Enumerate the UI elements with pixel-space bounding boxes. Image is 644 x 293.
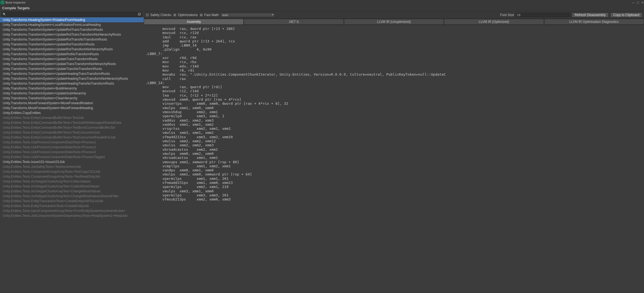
target-item[interactable]: Unity.Transforms.TransformSystem+UpdateR…	[0, 42, 144, 47]
toolbar: Safety Checks ✓ Optimizations ✓ Fast Mat…	[144, 11, 644, 19]
tab[interactable]: LLVM IR Optimisation Diagnostics	[544, 19, 644, 25]
target-item[interactable]: Unity.Entities.Tests.InjectComponentGrou…	[0, 208, 144, 213]
refresh-disassembly-button[interactable]: Refresh Disassembly	[572, 13, 609, 17]
tab[interactable]: .NET IL	[244, 19, 344, 25]
checkbox-icon	[145, 13, 149, 17]
maximize-icon[interactable]: ☐	[637, 1, 639, 4]
app-icon	[1, 1, 4, 4]
target-item[interactable]: Unity.Entities.Tests.ArchetypeChunkArray…	[0, 179, 144, 184]
target-item[interactable]: Unity.Entities.Tests.JobComponentSystemD…	[0, 213, 144, 218]
fontsize-label: Font Size	[500, 13, 514, 17]
safety-checks-label: Safety Checks	[150, 13, 171, 17]
safety-checks-toggle[interactable]: Safety Checks	[145, 13, 171, 17]
search-input[interactable]	[1, 12, 143, 17]
target-item[interactable]: Unity.Entities.CopyEntities	[0, 110, 144, 115]
target-item[interactable]: Unity.Transforms.TransformSystem+UpdateT…	[0, 66, 144, 71]
target-dropdown[interactable]: auto	[220, 13, 275, 17]
target-item[interactable]: Unity.Entities.Tests.ComponentGroupArray…	[0, 169, 144, 174]
target-item[interactable]: Unity.Entities.Tests.IJobProcessComponen…	[0, 155, 144, 159]
checkbox-icon: ✓	[199, 13, 203, 17]
target-item[interactable]: Unity.Entities.Tests.EntityCommandBuffer…	[0, 115, 144, 120]
target-item[interactable]: Unity.Transforms.TransformSystem+UpdateR…	[0, 32, 144, 37]
target-item[interactable]: Unity.Transforms.TransformSystem+UpdateH…	[0, 81, 144, 86]
minimize-icon[interactable]: —	[632, 1, 634, 4]
code-area[interactable]: movsxd rax, dword ptr [r13 + 280] movsxd…	[144, 25, 644, 293]
window-title: Burst Inspector	[5, 1, 26, 4]
tab[interactable]: LLVM IR (Unoptimized)	[344, 19, 444, 25]
target-item[interactable]: Unity.Entities.Tests.Issue101+Issue101Jo…	[0, 159, 144, 164]
target-item[interactable]: Unity.Entities.Tests.ArchetypeChunkArray…	[0, 194, 144, 199]
target-item[interactable]: Unity.Entities.Tests.JobSafetyTests+Test…	[0, 164, 144, 169]
target-item[interactable]: Unity.Transforms.TransformSystem+UpdateH…	[0, 76, 144, 81]
target-item[interactable]: Unity.Transforms.TransformSystem+UpdateT…	[0, 61, 144, 66]
target-item[interactable]: Unity.Transforms.MoveForwardSystem+MoveF…	[0, 106, 144, 110]
target-item[interactable]: Unity.Transforms.TransformSystem+UpdateT…	[0, 57, 144, 61]
target-item[interactable]: Unity.Entities.Tests.EntityCommandBuffer…	[0, 125, 144, 130]
left-panel: 🔍 ✕ Unity.Transforms.HeadingSystem+Rotat…	[0, 11, 144, 293]
fontsize-input[interactable]	[516, 13, 570, 17]
close-icon[interactable]: ✕	[641, 1, 643, 4]
fastmath-toggle[interactable]: ✓ Fast Math	[199, 13, 219, 17]
target-item[interactable]: Unity.Entities.Tests.EntityCommandBuffer…	[0, 120, 144, 125]
header: Compile Targets	[0, 5, 644, 11]
clear-search-icon[interactable]: ✕	[138, 13, 141, 16]
optimizations-toggle[interactable]: ✓ Optimizations	[173, 13, 198, 17]
tab[interactable]: Assembly	[144, 19, 244, 25]
target-list[interactable]: Unity.Transforms.HeadingSystem+RotationF…	[0, 17, 144, 293]
target-item[interactable]: Unity.Entities.Tests.EntityCommandBuffer…	[0, 135, 144, 140]
optimizations-label: Optimizations	[178, 13, 198, 17]
right-panel: Safety Checks ✓ Optimizations ✓ Fast Mat…	[144, 11, 644, 293]
target-item[interactable]: Unity.Entities.Tests.EntityTransactionTe…	[0, 203, 144, 208]
window-controls: — ☐ ✕	[632, 1, 643, 4]
target-item[interactable]: Unity.Entities.Tests.IJobProcessComponen…	[0, 150, 144, 155]
target-item[interactable]: Unity.Transforms.MoveForwardSystem+MoveF…	[0, 101, 144, 106]
target-item[interactable]: Unity.Entities.Tests.IJobProcessComponen…	[0, 145, 144, 150]
target-item[interactable]: Unity.Transforms.TransformSystem+UpdateR…	[0, 37, 144, 42]
target-item[interactable]: Unity.Transforms.TransformSystem+BuildHi…	[0, 86, 144, 91]
target-item[interactable]: Unity.Transforms.TransformSystem+UpdateS…	[0, 91, 144, 96]
target-item[interactable]: Unity.Transforms.TransformSystem+ClearHi…	[0, 96, 144, 101]
page-title: Compile Targets	[2, 6, 30, 10]
target-item[interactable]: Unity.Transforms.TransformSystem+UpdateR…	[0, 27, 144, 32]
target-item[interactable]: Unity.Entities.Tests.EntityCommandBuffer…	[0, 130, 144, 135]
dropdown-value: auto	[222, 13, 228, 17]
target-item[interactable]: Unity.Transforms.TransformSystem+UpdateR…	[0, 52, 144, 57]
target-item[interactable]: Unity.Transforms.HeadingSystem+LocalRota…	[0, 22, 144, 27]
target-item[interactable]: Unity.Transforms.HeadingSystem+RotationF…	[0, 17, 144, 22]
target-item[interactable]: Unity.Transforms.TransformSystem+UpdateH…	[0, 71, 144, 76]
target-item[interactable]: Unity.Entities.Tests.ArchetypeChunkArray…	[0, 184, 144, 189]
titlebar: Burst Inspector — ☐ ✕	[0, 0, 644, 5]
target-item[interactable]: Unity.Entities.Tests.IJobProcessComponen…	[0, 140, 144, 145]
target-item[interactable]: Unity.Transforms.TransformSystem+UpdateR…	[0, 47, 144, 52]
fastmath-label: Fast Math	[204, 13, 219, 17]
target-item[interactable]: Unity.Entities.Tests.EntityTransactionTe…	[0, 199, 144, 203]
target-item[interactable]: Unity.Entities.Tests.ArchetypeChunkArray…	[0, 189, 144, 194]
tab[interactable]: LLVM IR (Optimized)	[444, 19, 544, 25]
target-item[interactable]: Unity.Entities.Tests.ComponentGroupArray…	[0, 174, 144, 179]
tabs: Assembly.NET ILLLVM IR (Unoptimized)LLVM…	[144, 19, 644, 25]
checkbox-icon: ✓	[173, 13, 177, 17]
copy-to-clipboard-button[interactable]: Copy to Clipboard	[610, 13, 642, 17]
